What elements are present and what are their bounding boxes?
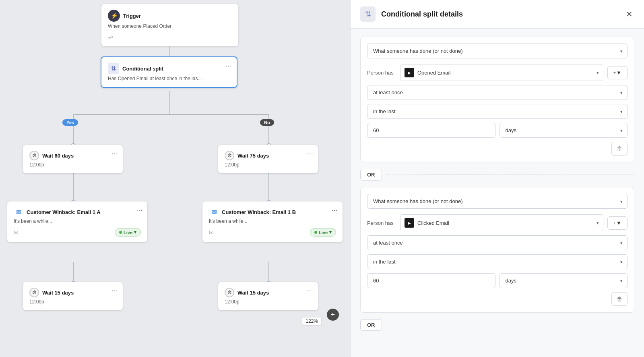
connector-line <box>73 262 74 283</box>
yes-badge: Yes <box>62 119 78 126</box>
time-period-select-2[interactable]: in the last <box>367 254 627 269</box>
wait-right2-title: ⏱ Wait 15 days <box>225 288 312 297</box>
email-right-icon: ✉ <box>209 207 219 217</box>
details-panel: ⇅ Conditional split details ✕ What someo… <box>350 0 644 357</box>
email-flag-icon-1: ▶ <box>405 68 414 77</box>
wait-node-left-1[interactable]: ⋯ ⏱ Wait 60 days 12:00p <box>23 145 123 173</box>
email-type-select-1[interactable]: Opened Email <box>417 70 593 76</box>
email-right-more-icon[interactable]: ⋯ <box>331 206 338 214</box>
email-type-wrapper-1: ▶ Opened Email ▾ <box>400 64 603 81</box>
email-left-footer-icon: ✉ <box>14 229 19 236</box>
connector-line <box>73 114 74 146</box>
main-dropdown-1[interactable]: What someone has done (or not done) <box>367 44 627 58</box>
wait-node-left-2[interactable]: ⋯ ⏱ Wait 15 days 12:00p <box>23 282 123 310</box>
email-node-left[interactable]: ⋯ ✉ Customer Winback: Email 1 A It's bee… <box>7 201 147 242</box>
email-flag-icon-2: ▶ <box>405 218 414 228</box>
wait-node-right-2[interactable]: ⋯ ⏱ Wait 15 days 12:00p <box>218 282 318 310</box>
trigger-subtitle: When someone Placed Order <box>108 23 232 29</box>
connector-line <box>268 262 269 283</box>
unit-select-2[interactable]: days <box>500 273 628 288</box>
wait-left2-more-icon[interactable]: ⋯ <box>111 287 118 295</box>
number-unit-row-2: days ▾ <box>367 273 627 288</box>
main-dropdown-1-wrapper: What someone has done (or not done) ▾ <box>367 44 627 58</box>
zoom-level: 122% <box>302 318 321 325</box>
conditional-node[interactable]: ⋯ ⇅ Conditional split Has Opened Email a… <box>101 56 237 88</box>
wait-right1-time: 12:00p <box>225 162 312 168</box>
connector-line <box>169 114 268 115</box>
email-right-subtitle: It's been a while... <box>209 218 336 224</box>
connector-line <box>73 114 169 115</box>
trigger-extra-icon: ⇌ <box>108 33 232 41</box>
email-left-title: ✉ Customer Winback: Email 1 A <box>14 207 141 217</box>
trigger-icon: ⚡ <box>108 10 120 22</box>
wait-left2-time: 12:00p <box>29 299 116 305</box>
number-input-1[interactable] <box>367 123 495 138</box>
email-right-footer-icon: ✉ <box>209 229 214 236</box>
flow-canvas: Yes No ⚡ Trigger When someone Placed Ord… <box>0 0 350 357</box>
wait-right2-time: 12:00p <box>225 299 312 305</box>
or-divider-2: OR <box>360 319 634 331</box>
wait-right2-more-icon[interactable]: ⋯ <box>307 287 313 295</box>
connector-line <box>169 91 170 114</box>
or-line-2 <box>386 325 635 325</box>
wait-left1-icon: ⏱ <box>29 151 39 160</box>
close-button[interactable]: ✕ <box>624 8 634 21</box>
or-divider-1: OR <box>360 169 634 181</box>
number-input-2[interactable] <box>367 273 495 288</box>
panel-title: Conditional split details <box>381 10 619 19</box>
email-left-icon: ✉ <box>14 207 23 217</box>
wait-right1-more-icon[interactable]: ⋯ <box>307 150 313 158</box>
no-badge: No <box>260 119 274 126</box>
time-period-select-1[interactable]: in the last <box>367 104 627 119</box>
wait-node-right-1[interactable]: ⋯ ⏱ Wait 75 days 12:00p <box>218 145 318 173</box>
wait-left1-title: ⏱ Wait 60 days <box>29 151 116 160</box>
wait-right1-title: ⏱ Wait 75 days <box>225 151 312 160</box>
or-button-2[interactable]: OR <box>360 319 382 331</box>
delete-condition-1-button[interactable]: 🗑 <box>611 142 627 156</box>
condition-block-2: What someone has done (or not done) ▾ Pe… <box>360 187 634 313</box>
filter-button-1[interactable]: +▼ <box>607 66 627 79</box>
wait-right1-icon: ⏱ <box>225 151 234 160</box>
conditional-subtitle: Has Opened Email at least once in the la… <box>108 76 230 81</box>
person-has-label-2: Person has <box>367 220 396 226</box>
or-line-1 <box>386 174 635 175</box>
frequency-select-2[interactable]: at least once <box>367 235 627 250</box>
or-button-1[interactable]: OR <box>360 169 382 181</box>
trigger-title: ⚡ Trigger <box>108 10 232 22</box>
email-left-live-badge[interactable]: Live ▾ <box>115 228 141 237</box>
connector-line <box>268 114 269 146</box>
condition-block-1: What someone has done (or not done) ▾ Pe… <box>360 37 634 162</box>
email-left-subtitle: It's been a while... <box>14 218 141 224</box>
delete-condition-2-button[interactable]: 🗑 <box>611 292 627 306</box>
conditional-title: ⇅ Conditional split <box>108 63 230 74</box>
filter-button-2[interactable]: +▼ <box>607 216 627 230</box>
add-node-button[interactable]: + <box>327 309 339 321</box>
conditional-more-icon[interactable]: ⋯ <box>225 62 232 70</box>
connector-line <box>73 172 74 202</box>
main-dropdown-2-wrapper: What someone has done (or not done) ▾ <box>367 194 627 209</box>
trigger-node: ⚡ Trigger When someone Placed Order ⇌ <box>101 4 238 46</box>
wait-left1-more-icon[interactable]: ⋯ <box>111 150 118 158</box>
person-has-label-1: Person has <box>367 70 396 76</box>
frequency-select-1[interactable]: at least once <box>367 85 627 100</box>
email-right-live-badge[interactable]: Live ▾ <box>310 228 336 237</box>
email-right-footer: ✉ Live ▾ <box>209 228 336 237</box>
main-dropdown-2[interactable]: What someone has done (or not done) <box>367 194 627 209</box>
email-right-title: ✉ Customer Winback: Email 1 B <box>209 207 336 217</box>
flow-container: Yes No ⚡ Trigger When someone Placed Ord… <box>0 0 350 357</box>
email-node-right[interactable]: ⋯ ✉ Customer Winback: Email 1 B It's bee… <box>202 201 343 242</box>
condition2-person-row: Person has ▶ Clicked Email ▾ +▼ <box>367 214 627 231</box>
wait-right2-icon: ⏱ <box>225 288 234 297</box>
condition1-person-row: Person has ▶ Opened Email ▾ +▼ <box>367 64 627 81</box>
wait-left2-icon: ⏱ <box>29 288 39 297</box>
panel-header-icon: ⇅ <box>360 6 376 22</box>
wait-left1-time: 12:00p <box>29 162 116 168</box>
unit-select-1[interactable]: days <box>500 123 628 138</box>
connector-line <box>268 172 269 202</box>
email-type-arrow-1: ▾ <box>597 70 599 75</box>
conditional-icon: ⇅ <box>108 63 119 74</box>
number-unit-row-1: days ▾ <box>367 123 627 138</box>
email-left-more-icon[interactable]: ⋯ <box>136 206 142 214</box>
email-type-select-2[interactable]: Clicked Email <box>417 220 593 226</box>
email-type-arrow-2: ▾ <box>597 220 599 226</box>
